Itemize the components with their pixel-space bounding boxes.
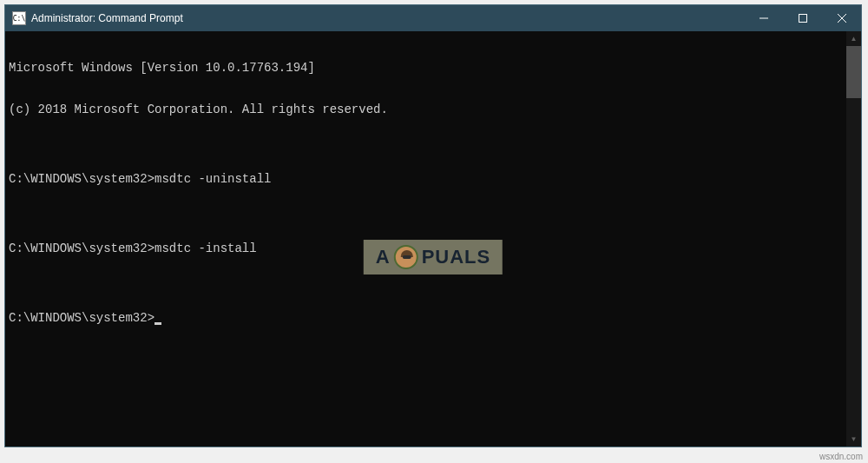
output-line: C:\WINDOWS\system32>msdtc -install [9,241,843,255]
console-output[interactable]: Microsoft Windows [Version 10.0.17763.19… [5,31,846,446]
scroll-up-arrow[interactable]: ▲ [846,31,861,46]
vertical-scrollbar[interactable]: ▲ ▼ [846,31,861,446]
svg-rect-1 [799,15,806,23]
window-controls [744,5,861,31]
cmd-icon: C:\ [12,11,26,25]
prompt-line: C:\WINDOWS\system32> [9,311,843,325]
scrollbar-thumb[interactable] [846,46,861,98]
attribution-text: wsxdn.com [819,452,863,461]
console-body[interactable]: Microsoft Windows [Version 10.0.17763.19… [5,31,861,446]
minimize-button[interactable] [744,5,783,31]
maximize-button[interactable] [783,5,822,31]
command-prompt-window: C:\ Administrator: Command Prompt Micros… [4,4,862,447]
output-line: (c) 2018 Microsoft Corporation. All righ… [9,103,843,116]
scroll-down-arrow[interactable]: ▼ [846,432,861,446]
output-line: C:\WINDOWS\system32>msdtc -uninstall [9,172,843,186]
window-title: Administrator: Command Prompt [31,12,744,24]
cursor [155,322,161,325]
close-button[interactable] [822,5,861,31]
output-line: Microsoft Windows [Version 10.0.17763.19… [9,61,843,75]
titlebar[interactable]: C:\ Administrator: Command Prompt [5,5,861,31]
